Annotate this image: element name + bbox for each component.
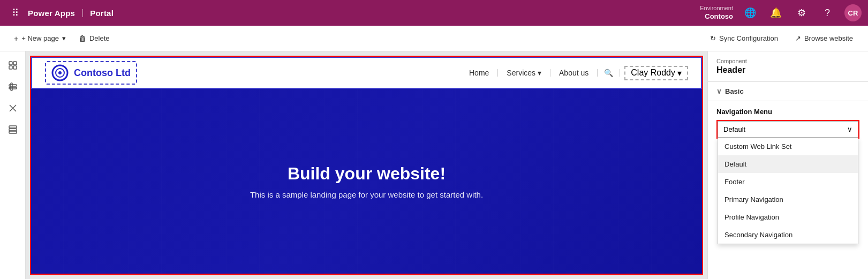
delete-icon: 🗑 — [79, 34, 86, 43]
user-chevron: ▾ — [677, 68, 682, 78]
svg-rect-6 — [11, 83, 12, 91]
toolbar: + + New page ▾ 🗑 Delete ↻ Sync Configura… — [0, 26, 868, 51]
basic-section-header[interactable]: ∨ Basic — [716, 87, 859, 95]
environment-block: Environment Contoso — [700, 4, 733, 21]
site-header[interactable]: Contoso Ltd Home Services ▾ About us 🔍 C… — [31, 57, 702, 89]
new-page-button[interactable]: + + New page ▾ — [9, 31, 71, 46]
logo-area[interactable]: Contoso Ltd — [45, 61, 137, 85]
svg-point-14 — [58, 71, 62, 74]
svg-rect-3 — [13, 66, 17, 69]
svg-rect-4 — [9, 85, 17, 86]
dropdown-selected-value[interactable]: Default ∨ — [718, 121, 858, 138]
avatar[interactable]: CR — [844, 4, 862, 21]
dropdown-option-footer[interactable]: Footer — [718, 173, 858, 191]
portal-label: Portal — [90, 9, 114, 18]
svg-rect-11 — [9, 131, 17, 133]
sync-label: Sync Configuration — [719, 34, 778, 42]
main-layout: Contoso Ltd Home Services ▾ About us 🔍 C… — [0, 51, 868, 279]
hero-title: Build your website! — [250, 164, 483, 184]
component-label: Component — [716, 58, 859, 64]
nav-menu-label: Navigation Menu — [716, 108, 859, 116]
dropdown-option-custom-web-link-set[interactable]: Custom Web Link Set — [718, 138, 858, 155]
topbar: ⠿ Power Apps | Portal Environment Contos… — [0, 0, 868, 26]
hero-content: Build your website! This is a sample lan… — [250, 164, 483, 199]
site-nav: Home Services ▾ About us 🔍 Clay Roddy ▾ — [461, 66, 688, 80]
component-info: Component Header — [708, 51, 868, 82]
title-separator: | — [81, 8, 84, 18]
nav-menu-block: Navigation Menu Default ∨ Custom Web Lin… — [708, 101, 868, 279]
nav-home[interactable]: Home — [461, 69, 498, 77]
nav-services[interactable]: Services ▾ — [498, 69, 550, 77]
canvas-area: Contoso Ltd Home Services ▾ About us 🔍 C… — [26, 51, 707, 279]
bell-icon[interactable]: 🔔 — [767, 4, 784, 21]
app-name: Power Apps — [28, 9, 75, 18]
sync-config-button[interactable]: ↻ Sync Configuration — [704, 31, 784, 46]
hero-section: Build your website! This is a sample lan… — [31, 89, 702, 274]
new-page-chevron: ▾ — [62, 34, 66, 42]
globe-icon[interactable]: 🌐 — [742, 4, 759, 21]
nav-about[interactable]: About us — [550, 69, 598, 77]
section-collapse-icon: ∨ — [716, 87, 722, 95]
services-chevron: ▾ — [538, 69, 541, 77]
plus-icon: + — [14, 34, 18, 43]
website-preview: Contoso Ltd Home Services ▾ About us 🔍 C… — [30, 56, 703, 275]
topbar-right: Environment Contoso 🌐 🔔 ⚙ ? CR — [700, 4, 862, 21]
user-nav[interactable]: Clay Roddy ▾ — [624, 66, 688, 80]
tools-icon[interactable] — [3, 99, 22, 118]
pages-icon[interactable] — [3, 56, 22, 75]
user-label: Clay Roddy — [631, 68, 675, 78]
browse-label: Browse website — [804, 34, 853, 42]
toolbar-right: ↻ Sync Configuration ↗ Browse website — [704, 31, 859, 46]
external-link-icon: ↗ — [795, 34, 801, 42]
svg-rect-1 — [13, 62, 17, 65]
basic-section[interactable]: ∨ Basic — [708, 82, 868, 101]
svg-rect-5 — [9, 87, 17, 89]
dropdown-chevron: ∨ — [847, 125, 852, 133]
waffle-icon[interactable]: ⠿ — [6, 4, 24, 21]
new-page-label: + New page — [21, 34, 59, 42]
delete-label: Delete — [89, 34, 110, 42]
help-icon[interactable]: ? — [819, 4, 836, 21]
sync-icon: ↻ — [710, 34, 716, 42]
svg-rect-9 — [9, 126, 17, 128]
svg-rect-10 — [9, 129, 17, 131]
settings-icon[interactable]: ⚙ — [793, 4, 810, 21]
right-panel: Component Header ∨ Basic Navigation Menu… — [707, 51, 868, 279]
delete-button[interactable]: 🗑 Delete — [73, 31, 115, 46]
env-label: Environment — [700, 4, 733, 12]
env-name: Contoso — [705, 12, 733, 21]
svg-rect-2 — [9, 66, 12, 69]
component-value: Header — [716, 65, 859, 75]
dropdown-option-profile-navigation[interactable]: Profile Navigation — [718, 208, 858, 226]
search-nav-icon[interactable]: 🔍 — [598, 69, 620, 77]
logo-text: Contoso Ltd — [74, 67, 131, 79]
navigation-menu-dropdown[interactable]: Default ∨ Custom Web Link Set Default Fo… — [716, 120, 859, 139]
dropdown-list: Custom Web Link Set Default Footer Prima… — [718, 138, 858, 244]
components-icon[interactable] — [3, 77, 22, 96]
logo-svg — [51, 64, 69, 81]
svg-rect-0 — [9, 62, 12, 65]
hero-subtitle: This is a sample landing page for your w… — [250, 190, 483, 199]
selected-label: Default — [723, 125, 745, 133]
dropdown-option-secondary-navigation[interactable]: Secondary Navigation — [718, 226, 858, 244]
data-icon[interactable] — [3, 120, 22, 139]
basic-label: Basic — [725, 87, 744, 95]
left-sidebar — [0, 51, 26, 279]
browse-website-button[interactable]: ↗ Browse website — [789, 31, 859, 46]
dropdown-option-primary-navigation[interactable]: Primary Navigation — [718, 191, 858, 208]
dropdown-option-default[interactable]: Default — [718, 155, 858, 173]
